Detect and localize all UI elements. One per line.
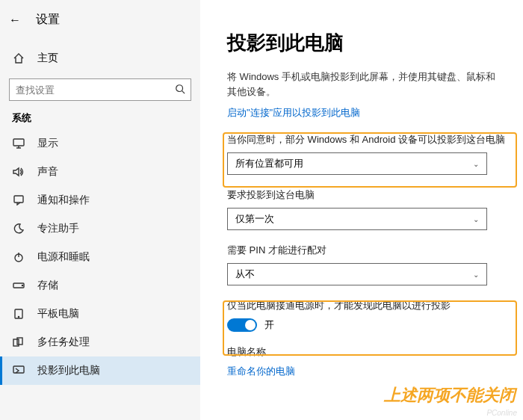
sidebar-item-power[interactable]: 电源和睡眠	[0, 243, 200, 271]
settings-sidebar: ← 设置 主页 系统 显示声音通知和操作专注助手电源和睡眠存储平板电脑多任务处理…	[0, 0, 200, 420]
dropdown-label: 当你同意时，部分 Windows 和 Android 设备可以投影到这台电脑	[227, 133, 508, 146]
sidebar-item-label: 平板电脑	[37, 307, 79, 321]
group-projection-consent: 当你同意时，部分 Windows 和 Android 设备可以投影到这台电脑 所…	[227, 133, 508, 175]
group-ask-to-project: 要求投影到这台电脑 仅第一次 ⌄	[227, 188, 508, 230]
dropdown-value: 所有位置都可用	[235, 157, 303, 170]
storage-icon	[12, 281, 25, 290]
page-description: 将 Windows 手机或电脑投影到此屏幕，并使用其键盘、鼠标和其他设备。	[227, 70, 504, 99]
dropdown-value: 从不	[235, 268, 255, 281]
annotation-text: 上述两项不能关闭	[384, 384, 516, 407]
sidebar-item-project[interactable]: 投影到此电脑	[0, 356, 200, 385]
svg-rect-1	[13, 139, 24, 146]
svg-point-5	[22, 285, 22, 285]
home-icon	[12, 52, 25, 64]
sidebar-item-focus[interactable]: 专注助手	[0, 214, 200, 243]
ask-to-project-dropdown[interactable]: 仅第一次 ⌄	[227, 208, 487, 230]
sidebar-item-storage[interactable]: 存储	[0, 271, 200, 300]
launch-connect-link[interactable]: 启动"连接"应用以投影到此电脑	[227, 106, 508, 120]
sidebar-item-label: 存储	[37, 279, 58, 292]
sidebar-item-label: 专注助手	[37, 222, 79, 235]
dropdown-label: 要求投影到这台电脑	[227, 188, 508, 202]
rename-pc-link[interactable]: 重命名你的电脑	[227, 365, 508, 378]
page-title: 投影到此电脑	[227, 30, 508, 56]
sidebar-item-tablet[interactable]: 平板电脑	[0, 300, 200, 328]
chevron-down-icon: ⌄	[473, 271, 479, 279]
dropdown-value: 仅第一次	[235, 212, 274, 226]
search-icon	[170, 84, 191, 96]
display-icon	[12, 138, 25, 149]
sidebar-item-label: 电源和睡眠	[37, 250, 90, 264]
projection-consent-dropdown[interactable]: 所有位置都可用 ⌄	[227, 152, 487, 175]
sound-icon	[12, 167, 25, 177]
sidebar-item-home[interactable]: 主页	[0, 44, 200, 72]
sidebar-item-sound[interactable]: 声音	[0, 158, 200, 186]
main-panel: 投影到此电脑 将 Windows 手机或电脑投影到此屏幕，并使用其键盘、鼠标和其…	[200, 0, 523, 420]
chevron-down-icon: ⌄	[473, 160, 479, 168]
sidebar-item-display[interactable]: 显示	[0, 129, 200, 158]
toggle-state: 开	[264, 318, 274, 332]
notifications-icon	[12, 195, 25, 206]
svg-point-0	[176, 84, 183, 91]
sidebar-item-label: 主页	[37, 52, 58, 65]
sidebar-item-label: 显示	[37, 137, 58, 150]
group-plugged-in-only: 仅当此电脑接通电源时，才能发现此电脑以进行投影 开	[227, 299, 508, 332]
sidebar-item-multitask[interactable]: 多任务处理	[0, 328, 200, 356]
group-require-pin: 需要 PIN 才能进行配对 从不 ⌄	[227, 244, 508, 285]
tablet-icon	[12, 309, 25, 319]
require-pin-dropdown[interactable]: 从不 ⌄	[227, 263, 487, 285]
project-icon	[12, 365, 25, 376]
sidebar-item-label: 投影到此电脑	[37, 364, 100, 377]
window-title: 设置	[36, 12, 60, 28]
search-box[interactable]	[9, 78, 191, 101]
sidebar-item-notifications[interactable]: 通知和操作	[0, 186, 200, 214]
chevron-down-icon: ⌄	[473, 215, 479, 223]
back-button[interactable]: ←	[9, 13, 21, 27]
watermark: PConline	[486, 409, 517, 417]
svg-point-7	[18, 316, 19, 317]
dropdown-label: 需要 PIN 才能进行配对	[227, 244, 508, 257]
svg-rect-10	[13, 366, 24, 373]
search-input[interactable]	[10, 84, 170, 96]
power-icon	[12, 252, 25, 262]
sidebar-item-label: 声音	[37, 165, 58, 179]
sidebar-item-label: 通知和操作	[37, 194, 90, 207]
plugged-in-toggle[interactable]	[227, 318, 257, 332]
svg-rect-2	[14, 196, 23, 203]
sidebar-item-label: 多任务处理	[37, 336, 90, 349]
pc-name-label: 电脑名称	[227, 345, 508, 359]
toggle-label: 仅当此电脑接通电源时，才能发现此电脑以进行投影	[227, 299, 508, 312]
multitask-icon	[12, 337, 25, 348]
group-pc-name: 电脑名称 重命名你的电脑	[227, 345, 508, 378]
focus-icon	[12, 223, 25, 234]
section-title: 系统	[0, 111, 200, 129]
